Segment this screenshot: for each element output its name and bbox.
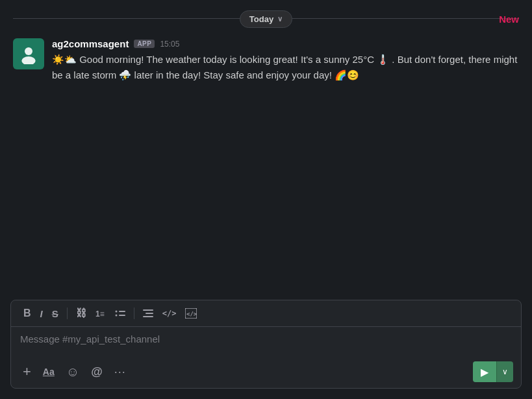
separator-1 (67, 308, 68, 319)
date-pill[interactable]: Today ∨ (240, 10, 292, 28)
message-content: ag2commsagent APP 15:05 ☀️⛅ Good morning… (52, 38, 519, 83)
formatting-button[interactable]: Aa (39, 364, 58, 380)
svg-text:</>: </> (186, 311, 197, 317)
add-button[interactable]: + (19, 361, 35, 383)
svg-point-0 (25, 47, 32, 55)
svg-text:1≡: 1≡ (95, 309, 105, 319)
message-timestamp: 15:05 (160, 40, 179, 49)
link-button[interactable]: ⛓ (73, 306, 90, 321)
code-button[interactable]: </> (159, 307, 180, 320)
footer-right: ▶ ∨ (473, 361, 513, 382)
composer-toolbar: B I S ⛓ 1≡ </> </> (11, 300, 521, 327)
svg-rect-4 (119, 311, 125, 312)
strikethrough-button[interactable]: S (49, 306, 62, 321)
chevron-down-icon: ∨ (277, 15, 283, 23)
unordered-list-button[interactable] (112, 306, 129, 320)
message-input[interactable]: Message #my_api_test_channel (11, 327, 521, 356)
date-divider: Today ∨ New (0, 0, 532, 36)
composer: B I S ⛓ 1≡ </> </> (10, 300, 522, 389)
svg-rect-8 (146, 313, 153, 314)
avatar (13, 38, 44, 69)
svg-point-1 (21, 56, 35, 64)
separator-2 (134, 308, 134, 319)
message-header: ag2commsagent APP 15:05 (52, 38, 519, 49)
italic-button[interactable]: I (37, 306, 46, 321)
mention-button[interactable]: @ (87, 363, 107, 381)
footer-left: + Aa ☺ @ ··· (19, 361, 130, 383)
app-badge: APP (134, 40, 155, 48)
avatar-icon (18, 43, 39, 64)
message-text: ☀️⛅ Good morning! The weather today is l… (52, 52, 519, 83)
svg-rect-9 (143, 316, 153, 317)
composer-footer: + Aa ☺ @ ··· ▶ ∨ (11, 356, 521, 388)
svg-rect-6 (119, 315, 125, 316)
svg-point-3 (115, 311, 117, 313)
messages-area: ag2commsagent APP 15:05 ☀️⛅ Good morning… (0, 36, 532, 293)
svg-point-5 (115, 315, 117, 317)
indent-button[interactable] (140, 306, 157, 320)
ordered-list-button[interactable]: 1≡ (92, 306, 109, 320)
sender-name: ag2commsagent (52, 38, 129, 49)
date-label: Today (249, 14, 273, 24)
emoji-button[interactable]: ☺ (62, 362, 83, 382)
send-options-button[interactable]: ∨ (496, 361, 513, 382)
new-messages-label: New (499, 14, 519, 25)
svg-rect-7 (143, 309, 153, 311)
message: ag2commsagent APP 15:05 ☀️⛅ Good morning… (13, 36, 519, 86)
more-button[interactable]: ··· (110, 363, 130, 381)
code-block-button[interactable]: </> (182, 306, 200, 320)
input-placeholder: Message #my_api_test_channel (20, 333, 160, 345)
send-button[interactable]: ▶ (473, 361, 496, 382)
bold-button[interactable]: B (20, 306, 34, 321)
